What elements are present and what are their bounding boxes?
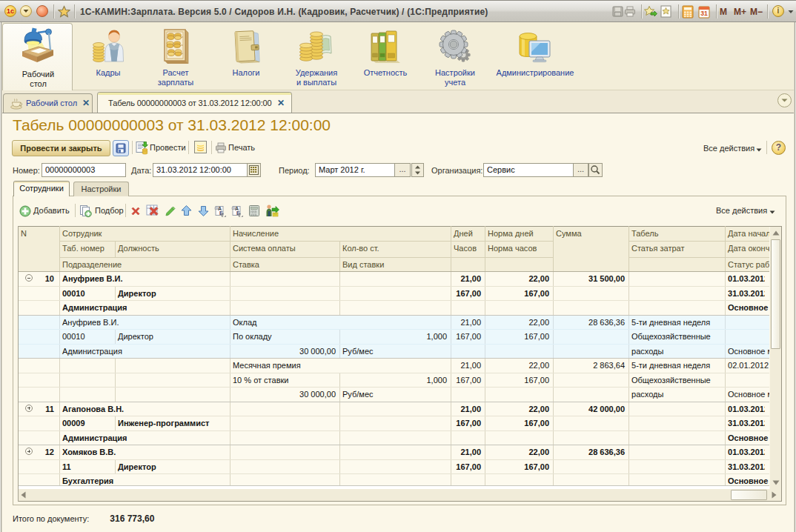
svg-text:31: 31 bbox=[700, 10, 708, 17]
svg-text:1c: 1c bbox=[7, 7, 14, 15]
